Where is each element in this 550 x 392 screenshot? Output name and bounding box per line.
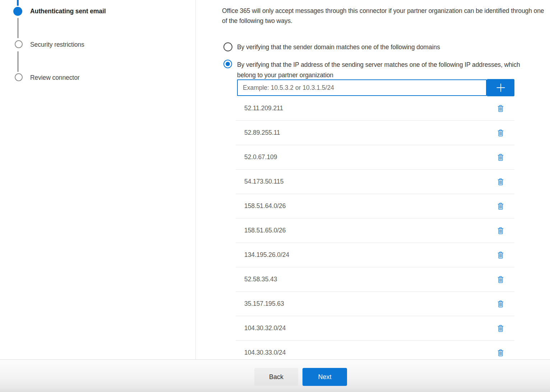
wizard-footer: Back Next: [0, 359, 550, 392]
trash-icon: [497, 153, 504, 162]
ip-address-value: 104.30.33.0/24: [244, 349, 286, 356]
ip-address-value: 52.11.209.211: [244, 105, 283, 112]
ip-list-row: 35.157.195.63: [236, 292, 514, 316]
delete-ip-button[interactable]: [495, 298, 506, 310]
ip-list-row: 52.0.67.109: [236, 145, 514, 170]
ip-address-input[interactable]: [237, 79, 487, 96]
ip-address-value: 52.89.255.11: [244, 129, 280, 137]
stepper-connector-line: [17, 18, 19, 38]
delete-ip-button[interactable]: [495, 225, 506, 236]
step-circle-icon: [15, 40, 23, 48]
radio-selected-dot-icon: [226, 62, 230, 66]
connector-wizard-page: Authenticating sent email Security restr…: [0, 0, 550, 392]
stepper-completed-line: [17, 0, 19, 6]
back-button[interactable]: Back: [254, 368, 298, 386]
ip-list-row: 54.173.50.115: [236, 170, 514, 194]
radio-sender-domain-label[interactable]: By verifying that the sender domain matc…: [237, 43, 535, 51]
trash-icon: [497, 104, 504, 113]
ip-list-row: 52.89.255.11: [236, 121, 514, 145]
ip-address-value: 52.0.67.109: [244, 153, 277, 161]
add-ip-button[interactable]: [487, 79, 514, 96]
delete-ip-button[interactable]: [495, 152, 506, 163]
delete-ip-button[interactable]: [495, 323, 506, 334]
delete-ip-button[interactable]: [495, 176, 506, 188]
ip-address-value: 158.51.65.0/26: [244, 227, 286, 234]
ip-list-row: 52.11.209.211: [236, 96, 514, 121]
trash-icon: [497, 226, 504, 235]
ip-address-list: 52.11.209.211 52.89.255.11: [236, 96, 514, 359]
ip-list-row: 104.30.33.0/24: [236, 341, 514, 359]
trash-icon: [497, 324, 504, 333]
step-active-circle-icon: [13, 7, 22, 16]
radio-ip-address-label[interactable]: By verifying that the IP address of the …: [237, 60, 536, 80]
trash-icon: [497, 349, 504, 357]
radio-sender-domain[interactable]: [223, 42, 232, 51]
stepper-item-review-connector[interactable]: Review connector: [30, 74, 80, 82]
ip-list-row: 158.51.65.0/26: [236, 218, 514, 243]
ip-address-value: 158.51.64.0/26: [244, 202, 286, 210]
stepper-item-authenticating-sent-email[interactable]: Authenticating sent email: [30, 8, 106, 15]
ip-address-value: 104.30.32.0/24: [244, 324, 286, 332]
step-circle-icon: [15, 73, 23, 81]
wizard-stepper: Authenticating sent email Security restr…: [0, 0, 196, 360]
ip-address-value: 54.173.50.115: [244, 178, 283, 185]
delete-ip-button[interactable]: [495, 274, 506, 285]
next-button[interactable]: Next: [302, 368, 347, 386]
ip-address-value: 134.195.26.0/24: [244, 251, 289, 259]
delete-ip-button[interactable]: [495, 347, 506, 359]
stepper-connector-line: [17, 51, 19, 72]
stepper-item-security-restrictions[interactable]: Security restrictions: [30, 41, 84, 49]
delete-ip-button[interactable]: [495, 249, 506, 261]
delete-ip-button[interactable]: [495, 103, 506, 114]
ip-list-row: 52.58.35.43: [236, 267, 514, 292]
delete-ip-button[interactable]: [495, 127, 506, 139]
ip-list-row: 134.195.26.0/24: [236, 243, 514, 267]
ip-address-value: 52.58.35.43: [244, 276, 277, 283]
trash-icon: [497, 129, 504, 137]
trash-icon: [497, 300, 504, 308]
trash-icon: [497, 202, 504, 211]
trash-icon: [497, 251, 504, 259]
ip-list-row: 104.30.32.0/24: [236, 316, 514, 341]
plus-icon: [495, 82, 506, 93]
panel-description: Office 365 will only accept messages thr…: [222, 6, 547, 26]
ip-list-row: 158.51.64.0/26: [236, 194, 514, 218]
delete-ip-button[interactable]: [495, 200, 506, 212]
ip-address-value: 35.157.195.63: [244, 300, 284, 308]
trash-icon: [497, 275, 504, 284]
trash-icon: [497, 177, 504, 186]
radio-ip-address[interactable]: [223, 60, 232, 68]
